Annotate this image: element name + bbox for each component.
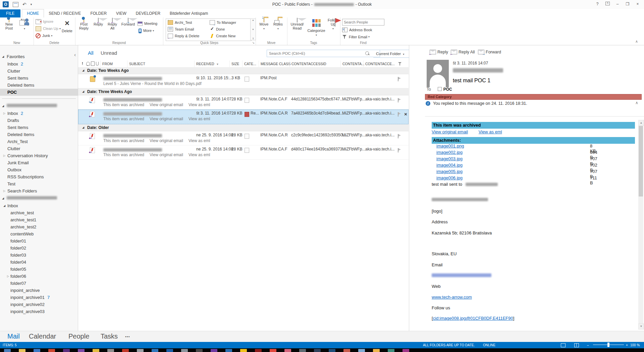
filter-email-button[interactable]: Filter Email ▾ [342, 33, 372, 40]
nav-item-mail[interactable]: Mail [7, 333, 20, 340]
taskbar-app-icon[interactable] [133, 348, 148, 352]
quick-step-team-email[interactable]: Team Email [167, 26, 208, 33]
sidebar-item-outbox[interactable]: Outbox [0, 166, 78, 173]
attachment-link[interactable]: image001.png [436, 143, 464, 148]
sidebar-item-sent-items[interactable]: Sent Items [0, 124, 78, 131]
new-post-button[interactable]: New Post [2, 18, 16, 40]
column-received[interactable]: RECEIVED ▼ [194, 60, 230, 67]
taskbar-app-icon[interactable] [162, 348, 177, 352]
quick-step-to-manager[interactable]: To Manager [209, 19, 250, 26]
sidebar-item-archive-test[interactable]: archive_test [0, 209, 78, 216]
scroll-down-icon[interactable]: ▼ [638, 323, 644, 329]
sidebar-item-deleted-items[interactable]: Deleted Items [0, 131, 78, 138]
taskbar-app-icon[interactable] [30, 348, 44, 352]
minimize-button[interactable]: – [612, 1, 623, 7]
scrollbar-thumb[interactable] [639, 126, 643, 196]
sidebar-item-folder01[interactable]: folder01 [0, 237, 78, 245]
sidebar-item-conversation-history[interactable]: ▷Conversation History [0, 152, 78, 159]
taskbar-app-icon[interactable] [0, 348, 15, 352]
customize-toolbar-icon[interactable]: ▾ [31, 3, 32, 6]
taskbar-app-icon[interactable] [89, 348, 103, 352]
sidebar-item-inpoint-archive02[interactable]: inpoint_archive02 [0, 301, 78, 308]
sidebar-item-folder03[interactable]: folder03 [0, 252, 78, 259]
sidebar-item-folder05[interactable]: folder05 [0, 266, 78, 273]
attachment-link[interactable]: image002.jpg [436, 150, 463, 155]
delete-item-icon[interactable]: × [404, 111, 407, 117]
address-book-button[interactable]: Address Book [342, 26, 372, 33]
taskbar-app-icon[interactable] [295, 348, 310, 352]
filter-tab-unread[interactable]: Unread [101, 50, 117, 56]
column-contenta[interactable]: CONTENTA... [340, 60, 364, 67]
column-from[interactable]: FROM [100, 60, 127, 67]
reply-all-button-ribbon[interactable]: ← Reply All [105, 18, 119, 40]
sidebar-item-inpoint-archive03[interactable]: inpoint_archive03 [0, 308, 78, 315]
sidebar-item-inbox[interactable]: Inbox2 [0, 60, 78, 68]
collapsed-arrow-icon[interactable]: ▷ [3, 152, 5, 159]
normal-view-icon[interactable] [561, 343, 566, 347]
category-checkbox[interactable] [245, 148, 249, 153]
delete-button[interactable]: × Delete [60, 18, 74, 40]
taskbar-app-icon[interactable] [192, 348, 207, 352]
taskbar-app-icon[interactable] [74, 348, 89, 352]
follow-up-flag-icon[interactable] [397, 77, 401, 81]
follow-up-flag-icon[interactable] [397, 148, 401, 152]
taskbar-app-icon[interactable] [207, 348, 221, 352]
item-type-column-icon[interactable] [91, 61, 95, 66]
move-button[interactable]: ↓ Move▾ [258, 18, 270, 40]
forward-button[interactable]: →Forward [478, 50, 501, 54]
sidebar-item-archive-test1[interactable]: archive_test1 [0, 216, 78, 223]
group-header-date-three-weeks-ago[interactable]: ◢Date: Three Weeks Ago [78, 88, 409, 95]
help-button[interactable]: ? [592, 1, 602, 7]
taskbar-app-icon[interactable] [325, 348, 339, 352]
search-scope-dropdown[interactable]: Current Folder▾ [373, 50, 411, 58]
quick-step-reply-delete[interactable]: Reply & Delete [167, 33, 208, 39]
reminder-column-icon[interactable] [86, 62, 90, 65]
ribbon-tab-view[interactable]: VIEW [111, 9, 131, 17]
expanded-arrow-icon[interactable]: ◢ [2, 194, 4, 202]
ribbon-tab-home[interactable]: HOME [22, 9, 44, 17]
expanded-arrow-icon[interactable]: ◢ [2, 102, 4, 110]
reply-button[interactable]: ←Reply [430, 50, 448, 54]
column-contentacce[interactable]: CONTENTACCE... [363, 60, 395, 67]
folder-group-header[interactable]: ◢ [0, 194, 78, 202]
junk-button[interactable]: Junk ▾ [36, 32, 61, 39]
sidebar-item-test[interactable]: Test [0, 180, 78, 187]
sidebar-item-folder02[interactable]: folder02 [0, 245, 78, 252]
nav-more-icon[interactable]: ••• [125, 335, 130, 339]
category-checkbox[interactable] [245, 112, 249, 117]
attachment-link[interactable]: image004.jpg [436, 163, 463, 168]
taskbar-app-icon[interactable] [15, 348, 30, 352]
follow-up-button[interactable]: Follow Up▾ [327, 18, 339, 40]
sidebar-item-rss-subscriptions[interactable]: RSS Subscriptions [0, 173, 78, 180]
sidebar-item-search-folders[interactable]: ▷Search Folders [0, 187, 78, 194]
message-row[interactable]: ↪št 3. 11. 2016 14:0728 KBIPM.Note.CA.F4… [78, 95, 409, 109]
view-original-email-link[interactable]: View original email [150, 102, 183, 107]
category-checkbox[interactable] [245, 98, 249, 103]
sidebar-item-inbox[interactable]: ◢Inbox [0, 202, 78, 209]
sidebar-item-folder04[interactable]: folder04 [0, 259, 78, 266]
view-as-eml-link[interactable]: View as eml [479, 129, 502, 134]
view-as-eml-link[interactable]: View as eml [189, 102, 210, 107]
ribbon-tab-developer[interactable]: DEVELOPER [131, 9, 165, 17]
group-header-date-older[interactable]: ◢Date: Older [78, 124, 409, 131]
sidebar-item-folder06[interactable]: ▷folder06 [0, 273, 78, 280]
nav-item-people[interactable]: People [68, 333, 89, 340]
follow-up-flag-icon[interactable] [397, 112, 401, 117]
sidebar-item-sent-items[interactable]: Sent Items [0, 75, 78, 82]
taskbar-app-icon[interactable] [339, 348, 354, 352]
taskbar-app-icon[interactable] [44, 348, 59, 352]
zoom-level[interactable]: 100 % [630, 343, 640, 347]
taskbar-app-icon[interactable] [310, 348, 325, 352]
expanded-arrow-icon[interactable]: ◢ [3, 202, 5, 209]
send-receive-icon[interactable] [13, 2, 18, 7]
sidebar-item-junk-email[interactable]: Junk Email [0, 159, 78, 166]
collapsed-arrow-icon[interactable]: ▷ [3, 110, 5, 117]
taskbar-app-icon[interactable] [103, 348, 118, 352]
zoom-slider[interactable] [593, 345, 624, 345]
nav-item-calendar[interactable]: Calendar [29, 333, 56, 340]
folder-group-header[interactable]: ◢Favorites [0, 53, 78, 60]
quick-step-create-new[interactable]: Create New [209, 33, 250, 39]
taskbar-app-icon[interactable] [251, 348, 266, 352]
zoom-out-icon[interactable]: – [587, 343, 589, 347]
quick-step-done[interactable]: Done [209, 26, 250, 33]
